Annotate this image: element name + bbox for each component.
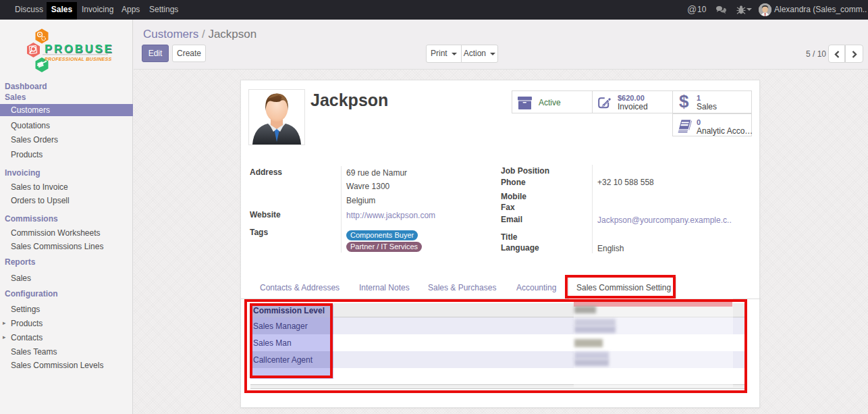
- svg-text:PROFESSIONAL BUSINESS: PROFESSIONAL BUSINESS: [45, 56, 112, 62]
- svg-text:PROBUSE: PROBUSE: [45, 43, 114, 55]
